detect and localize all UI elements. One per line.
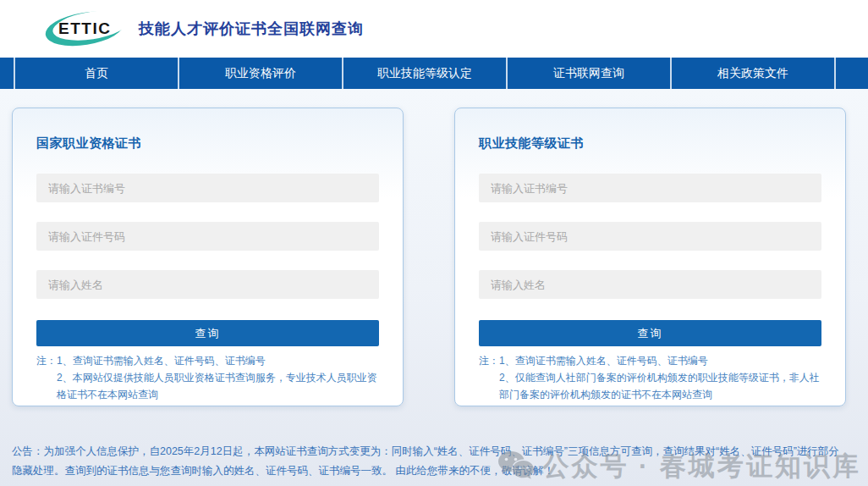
certificate-number-input[interactable]: [479, 174, 821, 202]
id-number-input[interactable]: [479, 222, 821, 251]
panel-skill-level: 职业技能等级证书 查询 注： 1、查询证书需输入姓名、证件号码、证书编号 2、仅…: [454, 108, 846, 406]
footer: 公告：为加强个人信息保护，自2025年2月12日起，本网站证书查询方式变更为：同…: [0, 442, 868, 481]
ettic-logo-text: ETTIC: [58, 19, 111, 38]
nav-item-skill-level-certification[interactable]: 职业技能等级认定: [343, 58, 506, 89]
query-button[interactable]: 查询: [479, 320, 821, 346]
main-content: 国家职业资格证书 查询 注： 1、查询证书需输入姓名、证件号码、证书编号 2、本…: [0, 89, 868, 486]
nav-item-policy-documents[interactable]: 相关政策文件: [672, 58, 834, 89]
certificate-number-input[interactable]: [36, 174, 379, 202]
nav-item-home[interactable]: 首页: [15, 58, 178, 89]
nav-item-certificate-query[interactable]: 证书联网查询: [508, 58, 670, 89]
note-line: 1、查询证书需输入姓名、证件号码、证书编号: [57, 353, 379, 370]
main-nav: 首页 职业资格评价 职业技能等级认定 证书联网查询 相关政策文件: [0, 58, 868, 89]
nav-item-occupational-qualification[interactable]: 职业资格评价: [179, 58, 342, 89]
panel-national-qualification: 国家职业资格证书 查询 注： 1、查询证书需输入姓名、证件号码、证书编号 2、本…: [12, 108, 404, 406]
note-prefix: 注：: [479, 353, 499, 403]
note-line: 1、查询证书需输入姓名、证件号码、证书编号: [499, 353, 821, 370]
note-line: 2、仅能查询人社部门备案的评价机构颁发的职业技能等级证书，非人社部门备案的评价机…: [499, 370, 821, 404]
panel-notes: 注： 1、查询证书需输入姓名、证件号码、证书编号 2、本网站仅提供技能人员职业资…: [36, 353, 379, 403]
id-number-input[interactable]: [36, 222, 379, 251]
query-button[interactable]: 查询: [36, 320, 379, 346]
note-line: 2、本网站仅提供技能人员职业资格证书查询服务，专业技术人员职业资格证书不在本网站…: [57, 370, 379, 404]
query-panels: 国家职业资格证书 查询 注： 1、查询证书需输入姓名、证件号码、证书编号 2、本…: [0, 108, 868, 406]
page-title: 技能人才评价证书全国联网查询: [139, 19, 364, 39]
panel-title: 国家职业资格证书: [36, 108, 379, 152]
name-input[interactable]: [479, 270, 821, 299]
name-input[interactable]: [36, 270, 379, 299]
announcement-text: 公告：为加强个人信息保护，自2025年2月12日起，本网站证书查询方式变更为：同…: [12, 442, 845, 481]
nav-spacer: [836, 58, 868, 89]
nav-spacer: [0, 58, 14, 89]
panel-title: 职业技能等级证书: [479, 108, 821, 152]
ettic-logo: ETTIC: [44, 11, 129, 47]
note-prefix: 注：: [36, 353, 57, 403]
panel-notes: 注： 1、查询证书需输入姓名、证件号码、证书编号 2、仅能查询人社部门备案的评价…: [479, 353, 821, 403]
site-header: ETTIC 技能人才评价证书全国联网查询: [0, 0, 868, 58]
